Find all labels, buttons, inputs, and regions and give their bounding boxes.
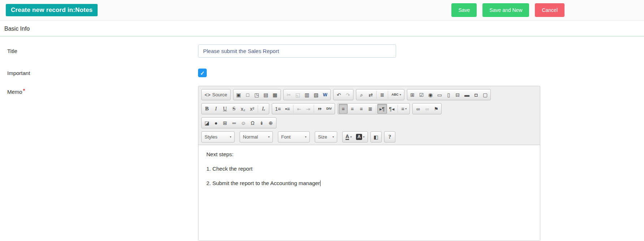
image-button-button[interactable]: ◘ bbox=[472, 90, 481, 100]
checkbox-input-button[interactable]: ☑ bbox=[417, 90, 426, 100]
image-button[interactable]: ◪ bbox=[202, 118, 211, 128]
bulleted-list-button[interactable]: •≡ bbox=[283, 104, 292, 114]
toolbar-group: ⊞☑◉▭▯⊟▬◘▢ bbox=[407, 89, 491, 100]
new-page-button[interactable]: □ bbox=[243, 90, 252, 100]
subscript-button[interactable]: x₂ bbox=[239, 104, 248, 114]
align-center-button[interactable]: ≡ bbox=[348, 104, 357, 114]
preview-button[interactable]: ◳ bbox=[252, 90, 261, 100]
save-button[interactable]: Save bbox=[451, 3, 477, 17]
flash-button[interactable]: ● bbox=[211, 118, 220, 128]
maximize-icon: ◧ bbox=[374, 135, 378, 140]
cut-button[interactable]: ✂ bbox=[284, 90, 293, 100]
toolbar-group: ≡≡≡≣▸¶¶◂≡▾ bbox=[338, 103, 410, 114]
text-color-button[interactable]: A▾ bbox=[343, 132, 354, 142]
copy-icon: ◱ bbox=[296, 92, 300, 97]
memo-editing-area[interactable]: Next steps:1. Check the report2. Submit … bbox=[198, 145, 540, 241]
numbered-list-button[interactable]: 1≡ bbox=[273, 104, 283, 114]
unlink-button[interactable]: ∞ bbox=[422, 104, 432, 114]
increase-indent-button[interactable]: ⇥ bbox=[304, 104, 313, 114]
redo-button[interactable]: ↷ bbox=[343, 90, 352, 100]
find-button[interactable]: ⌕ bbox=[357, 90, 366, 100]
paste-plain-text-button[interactable]: ▧ bbox=[312, 90, 321, 100]
important-row: Important ✓ bbox=[0, 69, 644, 77]
text-field-button[interactable]: ▭ bbox=[435, 90, 444, 100]
save-document-button[interactable]: ▣ bbox=[234, 90, 243, 100]
remove-format-button[interactable]: Iₓ bbox=[259, 104, 268, 114]
smiley-icon: ☺ bbox=[241, 120, 246, 126]
page-break-button[interactable]: ↡ bbox=[257, 118, 266, 128]
text-direction-rtl-button[interactable]: ¶◂ bbox=[387, 104, 397, 114]
form-button[interactable]: ⊞ bbox=[408, 90, 417, 100]
link-button[interactable]: ∞ bbox=[413, 104, 422, 114]
checkbox-input-icon: ☑ bbox=[419, 92, 424, 97]
paste-from-word-button[interactable]: W bbox=[321, 90, 330, 100]
undo-button[interactable]: ↶ bbox=[334, 90, 343, 100]
cancel-button[interactable]: Cancel bbox=[535, 3, 564, 17]
align-justify-button[interactable]: ≣ bbox=[366, 104, 375, 114]
redo-icon: ↷ bbox=[346, 92, 350, 97]
replace-button[interactable]: ⇄ bbox=[366, 90, 375, 100]
memo-paragraph: 2. Submit the report to the Accounting m… bbox=[206, 180, 532, 187]
set-language-button[interactable]: ≡▾ bbox=[399, 104, 409, 114]
styles-combo[interactable]: Styles▾ bbox=[201, 131, 235, 143]
strikethrough-button[interactable]: S bbox=[229, 104, 239, 114]
background-color-button[interactable]: A▾ bbox=[354, 132, 367, 142]
print-button[interactable]: ▤ bbox=[261, 90, 270, 100]
important-checkbox[interactable]: ✓ bbox=[198, 69, 207, 77]
maximize-button[interactable]: ◧ bbox=[372, 132, 381, 142]
copy-button[interactable]: ◱ bbox=[293, 90, 302, 100]
editor-toolbar-row: <>Source▣□◳▤▦✂◱▥▧W↶↷⌕⇄≣ABC▾⊞☑◉▭▯⊟▬◘▢ bbox=[201, 88, 538, 102]
horizontal-rule-button[interactable]: ═ bbox=[229, 118, 239, 128]
toolbar-separator bbox=[388, 91, 388, 99]
spell-checker-button[interactable]: ABC▾ bbox=[389, 90, 403, 100]
smiley-button[interactable]: ☺ bbox=[239, 118, 248, 128]
decrease-indent-icon: ⇤ bbox=[297, 106, 301, 111]
selection-field-button[interactable]: ⊟ bbox=[453, 90, 462, 100]
memo-label: Memo* bbox=[0, 86, 198, 95]
bold-button[interactable]: B bbox=[202, 104, 211, 114]
memo-rich-text-editor: <>Source▣□◳▤▦✂◱▥▧W↶↷⌕⇄≣ABC▾⊞☑◉▭▯⊟▬◘▢BIUS… bbox=[198, 86, 540, 241]
textarea-button[interactable]: ▯ bbox=[444, 90, 453, 100]
italic-button[interactable]: I bbox=[211, 104, 220, 114]
toolbar-group: <>Source bbox=[201, 89, 231, 100]
decrease-indent-button[interactable]: ⇤ bbox=[295, 104, 304, 114]
save-and-new-button[interactable]: Save and New bbox=[482, 3, 529, 17]
about-button[interactable]: ? bbox=[385, 132, 394, 142]
superscript-button[interactable]: x² bbox=[248, 104, 257, 114]
button-input-button[interactable]: ▬ bbox=[462, 90, 472, 100]
size-combo[interactable]: Size▾ bbox=[315, 131, 337, 143]
radio-input-button[interactable]: ◉ bbox=[426, 90, 435, 100]
caret-down-icon: ▾ bbox=[363, 136, 365, 139]
toolbar-separator bbox=[314, 105, 314, 113]
subscript-icon: x₂ bbox=[241, 106, 245, 111]
text-color-icon: A bbox=[345, 134, 349, 140]
hidden-field-button[interactable]: ▢ bbox=[481, 90, 490, 100]
iframe-button[interactable]: ⊕ bbox=[266, 118, 275, 128]
anchor-button[interactable]: ⚑ bbox=[432, 104, 441, 114]
editor-toolbar-row: ◪●⊞═☺Ω↡⊕ bbox=[201, 116, 538, 130]
templates-button[interactable]: ▦ bbox=[270, 90, 279, 100]
special-character-button[interactable]: Ω bbox=[248, 118, 257, 128]
table-button[interactable]: ⊞ bbox=[220, 118, 229, 128]
radio-input-icon: ◉ bbox=[428, 92, 433, 97]
title-input[interactable] bbox=[198, 44, 396, 58]
div-container-button[interactable]: DIV bbox=[324, 104, 334, 114]
align-left-button[interactable]: ≡ bbox=[339, 104, 348, 114]
format-combo[interactable]: Normal▾ bbox=[240, 131, 273, 143]
select-all-button[interactable]: ≣ bbox=[378, 90, 387, 100]
align-right-button[interactable]: ≡ bbox=[357, 104, 366, 114]
blockquote-button[interactable]: ” bbox=[315, 104, 324, 114]
blockquote-icon: ” bbox=[318, 106, 322, 112]
toolbar-separator bbox=[258, 105, 258, 113]
new-page-icon: □ bbox=[246, 92, 249, 97]
spell-checker-icon: ABC bbox=[391, 93, 399, 96]
paste-button[interactable]: ▥ bbox=[302, 90, 312, 100]
remove-format-icon: Iₓ bbox=[262, 106, 265, 111]
font-combo[interactable]: Font▾ bbox=[278, 131, 310, 143]
underline-button[interactable]: U bbox=[220, 104, 229, 114]
align-right-icon: ≡ bbox=[360, 106, 362, 111]
source-button[interactable]: <>Source bbox=[202, 90, 229, 100]
text-direction-ltr-icon: ▸¶ bbox=[379, 106, 385, 111]
editor-toolbar-row: Styles▾Normal▾Font▾Size▾A▾A▾◧? bbox=[201, 130, 538, 144]
text-direction-ltr-button[interactable]: ▸¶ bbox=[377, 104, 387, 114]
